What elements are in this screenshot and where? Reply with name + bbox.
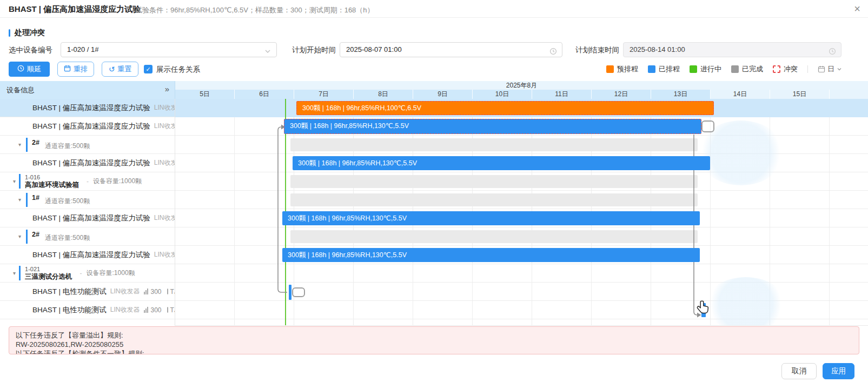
conflict-swatch (773, 65, 780, 73)
task-row[interactable]: BHAST | 电性功能测试 LIN收发器 300 TJA102 (0, 301, 175, 319)
start-time-value: 2025-08-07 01:00 (346, 45, 402, 53)
device-name: 三温测试分选机 (25, 273, 72, 280)
task-name: BHAST | 偏压高加速温湿度应力试验 (32, 122, 150, 131)
gantt-bar-prescheduled-conflict[interactable]: 300颗 | 168h | 96hr,85%RH,100℃,6.5V (296, 101, 714, 115)
legend-label: 已完成 (742, 64, 763, 74)
error-line: 以下任务违反了【容量溢出】规则: (16, 331, 852, 340)
chevron-down-icon[interactable]: ▾ (18, 197, 21, 203)
section-accent-bar (9, 29, 10, 37)
cancel-button[interactable]: 取消 (781, 363, 817, 379)
device-list: BHAST | 偏压高加速温湿度应力试验 LIN收发器 BHAST | 偏压高加… (0, 99, 175, 326)
start-time-input[interactable]: 2025-08-07 01:00 (340, 42, 562, 57)
day-cell: 15日 (770, 90, 830, 99)
scheduled-swatch (648, 65, 655, 73)
bar-chart-icon (144, 307, 148, 313)
preschedule-swatch (606, 65, 614, 73)
device-code: 1-021 (25, 266, 72, 273)
chevron-down-icon[interactable]: ▾ (13, 270, 16, 276)
reset-button[interactable]: ↺ 重置 (102, 62, 138, 77)
task-name: BHAST | 偏压高加速温湿度应力试验 (32, 103, 150, 113)
task-tag: LIN收发器 (154, 250, 175, 259)
task-row[interactable]: BHAST | 电性功能测试 LIN收发器 300 TJA102 (0, 283, 175, 301)
chip-name: TJA102 (170, 288, 175, 296)
channel-code: 2# (32, 231, 39, 238)
close-icon[interactable]: × (854, 2, 860, 15)
device-select[interactable]: 1-020 / 1# (61, 42, 277, 57)
device-panel-title: 设备信息 (6, 85, 35, 95)
gantt-bar-label: 300颗 | 168h | 96hr,85%RH,100℃,6.5V (302, 104, 421, 112)
sample-count: 300 (150, 288, 161, 296)
day-cell: 9日 (413, 90, 473, 99)
channel-capacity: 通道容量:500颗 (45, 197, 90, 206)
drag-ghost-handle[interactable] (292, 287, 305, 297)
show-relations-checkbox[interactable]: ✓ (144, 65, 153, 73)
chevron-down-icon[interactable]: ▾ (18, 233, 21, 239)
device-info: 1-016 高加速环境试验箱 (19, 174, 79, 189)
task-name: BHAST | 电性功能测试 (32, 305, 107, 315)
gantt-bar-mini[interactable] (289, 285, 291, 300)
view-mode-select[interactable]: 日 (818, 64, 842, 74)
error-line: RW-2025080261,RW-2025080255 (16, 340, 852, 349)
task-row-selected[interactable]: BHAST | 偏压高加速温湿度应力试验 LIN收发器 (0, 99, 175, 117)
running-swatch (690, 65, 697, 73)
channel-row[interactable]: ▾ 2# 通道容量:500颗 (0, 136, 175, 154)
day-cell: 13日 (651, 90, 711, 99)
device-separator: - (80, 270, 82, 277)
gantt-bar-label: 300颗 | 168h | 96hr,85%RH,130℃,5.5V (288, 214, 407, 222)
defer-button[interactable]: 顺延 (9, 62, 50, 77)
schedule-conflict-modal: BHAST | 偏压高加速温湿度应力试验 试验条件：96hr,85%RH,100… (0, 0, 868, 389)
channel-row[interactable]: ▾ 1# 通道容量:500颗 (0, 191, 175, 209)
collapse-panel-icon[interactable]: » (165, 84, 169, 93)
chevron-down-icon[interactable]: ▾ (13, 178, 16, 184)
task-name: BHAST | 偏压高加速温湿度应力试验 (32, 250, 150, 260)
drag-ghost-handle[interactable] (701, 120, 714, 132)
day-cell-filler (830, 90, 868, 99)
chip-icon (167, 289, 168, 294)
device-select-value: 1-020 / 1# (67, 45, 99, 53)
task-tag: LIN收发器 (154, 158, 175, 167)
apply-button[interactable]: 应用 (823, 363, 854, 379)
task-name: BHAST | 偏压高加速温湿度应力试验 (32, 213, 150, 223)
gantt-bar-scheduled[interactable]: 300颗 | 168h | 96hr,85%RH,130℃,5.5V (282, 211, 700, 225)
task-tag: LIN收发器 (110, 305, 140, 314)
calendar-icon (818, 65, 825, 73)
legend-label: 预排程 (617, 64, 638, 74)
rearrange-button[interactable]: 重排 (57, 62, 94, 77)
channel-row[interactable]: ▾ 2# 通道容量:500颗 (0, 227, 175, 246)
show-relations-label: 展示任务关系 (156, 65, 200, 75)
start-time-label: 计划开始时间 (292, 45, 336, 55)
legend-label: 已排程 (659, 64, 680, 74)
task-row[interactable]: BHAST | 偏压高加速温湿度应力试验 LIN收发器 (0, 209, 175, 227)
end-time-input[interactable]: 2025-08-14 01:00 (623, 42, 842, 57)
legend-conflict: 冲突 (773, 64, 798, 74)
chip-name: TJA102 (170, 306, 175, 314)
bar-chart-icon (144, 289, 148, 294)
chevron-down-icon[interactable]: ▾ (18, 142, 21, 147)
task-row[interactable]: BHAST | 偏压高加速温湿度应力试验 LIN收发器 (0, 117, 175, 136)
task-tag: LIN收发器 (154, 122, 175, 131)
gantt-bar-scheduled[interactable]: 300颗 | 168h | 96hr,85%RH,130℃,5.5V (282, 248, 700, 262)
gantt-bar-scheduled[interactable]: 300颗 | 168h | 96hr,85%RH,130℃,5.5V (293, 156, 710, 170)
done-swatch (731, 65, 739, 73)
clock-icon (829, 46, 836, 53)
device-capacity: 设备容量:1000颗 (87, 269, 135, 278)
channel-info: 2# 通道容量:500颗 (26, 138, 90, 152)
task-row[interactable]: BHAST | 偏压高加速温湿度应力试验 LIN收发器 (0, 154, 175, 172)
gantt-bar-label: 300颗 | 168h | 96hr,85%RH,130℃,5.5V (288, 251, 407, 259)
chevron-down-icon (264, 46, 271, 53)
device-row[interactable]: ▾ 1-021 三温测试分选机 - 设备容量:1000颗 (0, 264, 175, 283)
gantt-bar-label: 300颗 | 168h | 96hr,85%RH,130℃,5.5V (290, 122, 409, 130)
device-row[interactable]: ▾ 1-016 高加速环境试验箱 - 设备容量:1000颗 (0, 172, 175, 191)
channel-capacity: 通道容量:500颗 (45, 233, 90, 243)
modal-header: BHAST | 偏压高加速温湿度应力试验 试验条件：96hr,85%RH,100… (0, 0, 868, 18)
view-mode-value: 日 (827, 64, 834, 74)
legend-label: 进行中 (700, 64, 721, 74)
clock-icon (17, 65, 24, 73)
gantt-bar-scheduled-conflict[interactable]: 300颗 | 168h | 96hr,85%RH,130℃,5.5V (284, 119, 701, 134)
task-tag: LIN收发器 (154, 213, 175, 223)
legend-label: 冲突 (784, 64, 798, 74)
day-cell: 8日 (354, 90, 413, 99)
reset-label: 重置 (117, 64, 131, 74)
task-row[interactable]: BHAST | 偏压高加速温湿度应力试验 LIN收发器 (0, 246, 175, 264)
clock-icon (549, 46, 557, 53)
